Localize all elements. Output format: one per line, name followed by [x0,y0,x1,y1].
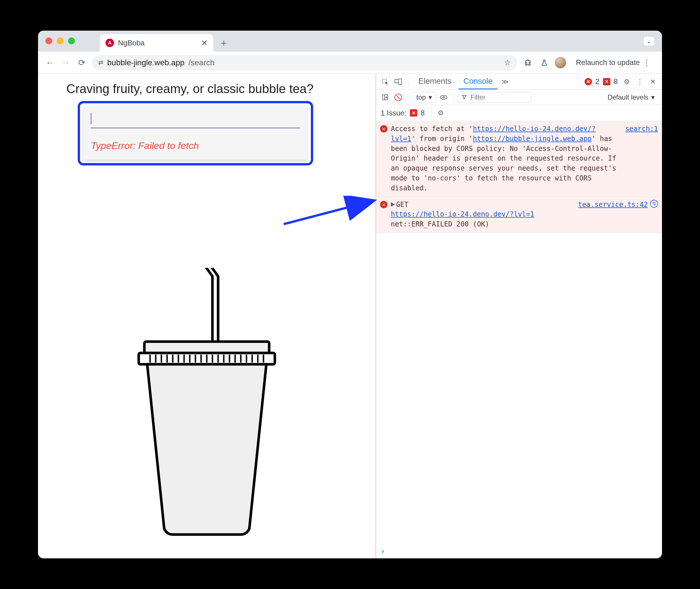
chevron-down-icon: ▾ [429,93,432,101]
browser-window: A NgBoba ✕ ＋ ⌄ ← → ⟳ ⇄ bubble-jingle.web… [38,31,662,558]
log-url-link[interactable]: https://hello-io-24.deno.dev/?lvl=1 [391,210,534,218]
new-tab-button[interactable]: ＋ [217,36,231,50]
titlebar: A NgBoba ✕ ＋ ⌄ [38,31,662,52]
filter-icon [462,93,467,101]
devtools-tabbar: Elements Console ≫ ✕ 2 ✕ 8 ⚙ ⋮ ✕ [376,74,662,90]
console-sidebar-toggle-icon[interactable] [380,91,391,103]
reload-button[interactable]: ⟳ [76,57,87,68]
svg-rect-26 [399,79,402,84]
relaunch-label: Relaunch to update [576,58,640,67]
issues-badge-icon: ✕ [410,109,417,117]
window-dropdown-icon[interactable]: ⌄ [643,36,655,46]
search-card: TypeError: Failed to fetch [83,107,307,160]
console-prompt[interactable]: › [376,544,662,558]
svg-line-0 [284,201,373,224]
devtools-settings-icon[interactable]: ⚙ [621,76,633,87]
window-maximize-button[interactable] [68,37,75,44]
devtools-close-icon[interactable]: ✕ [647,76,659,87]
url-host: bubble-jingle.web.app [107,58,184,67]
content-area: Craving fruity, creamy, or classic bubbl… [38,74,662,558]
live-expression-icon[interactable] [438,91,449,103]
extensions-icon[interactable] [522,57,534,69]
tab-close-icon[interactable]: ✕ [201,38,208,48]
page-viewport: Craving fruity, creamy, or classic bubbl… [38,74,376,558]
log-text: ' has been blocked by CORS policy: No 'A… [391,135,620,192]
console-issues-bar[interactable]: 1 Issue: ✕ 8 ⚙ [376,105,662,121]
log-url-link[interactable]: https://bubble-jingle.web.app [473,135,592,143]
inspect-element-icon[interactable] [380,76,391,87]
chevron-down-icon: ▾ [651,93,655,101]
divider [453,92,454,102]
error-count: 2 [594,77,601,86]
more-tabs-icon[interactable]: ≫ [499,76,510,87]
device-toolbar-icon[interactable] [393,76,404,87]
search-field-wrapper [83,107,307,133]
console-message-body: ▶GET https://hello-io-24.deno.dev/?lvl=1… [391,200,572,229]
divider [408,92,408,102]
browser-tab[interactable]: A NgBoba ✕ [100,34,213,52]
window-controls [45,37,75,44]
svg-point-30 [443,96,444,98]
svg-point-29 [440,95,447,99]
site-info-icon[interactable]: ⇄ [98,59,103,66]
network-initiator-icon[interactable]: ⇅ [650,200,658,208]
address-bar[interactable]: ⇄ bubble-jingle.web.app/search ☆ [92,55,517,70]
highlight-outline: TypeError: Failed to fetch [78,101,313,165]
context-selector[interactable]: top ▾ [412,92,436,103]
context-label: top [416,93,426,101]
bookmark-star-icon[interactable]: ☆ [504,58,511,67]
error-badge-icon[interactable]: ✕ [585,78,592,85]
clear-console-icon[interactable]: 🚫 [393,91,404,103]
log-levels-selector[interactable]: Default levels ▾ [604,92,659,103]
boba-cup-illustration [128,268,286,541]
text-cursor-icon [91,113,91,124]
window-close-button[interactable] [45,37,52,44]
issues-badge-count: 8 [421,109,425,118]
page-heading: Craving fruity, creamy, or classic bubbl… [66,82,347,96]
url-path: /search [188,58,214,67]
forward-button[interactable]: → [60,57,71,68]
devtools-menu-icon[interactable]: ⋮ [634,76,646,87]
labs-icon[interactable] [538,57,550,69]
log-method: GET [396,201,408,209]
window-minimize-button[interactable] [57,37,63,44]
console-error-entry[interactable]: ✕ Access to fetch at 'https://hello-io-2… [376,121,662,197]
console-settings-icon[interactable]: ⚙ [438,107,444,119]
devtools-panel: Elements Console ≫ ✕ 2 ✕ 8 ⚙ ⋮ ✕ 🚫 [376,74,662,558]
callout-arrow-icon [282,196,378,230]
log-text: Access to fetch at ' [391,125,473,133]
error-icon: ✕ [380,125,388,133]
issue-badge-icon[interactable]: ✕ [603,78,611,85]
relaunch-button[interactable]: Relaunch to update ⋮ [571,56,656,69]
issue-count: 8 [612,77,620,86]
devtools-tab-console[interactable]: Console [458,74,498,89]
url-toolbar: ← → ⟳ ⇄ bubble-jingle.web.app/search ☆ R… [38,52,662,74]
chrome-menu-icon[interactable]: ⋮ [643,58,651,67]
log-text: ' from origin ' [411,135,473,143]
angular-favicon-icon: A [105,39,114,47]
log-levels-label: Default levels [608,93,648,101]
back-button[interactable]: ← [44,57,56,68]
console-filter-input[interactable] [470,93,527,102]
issues-label: 1 Issue: [381,109,407,118]
error-icon: ✕ [380,201,388,208]
error-message: TypeError: Failed to fetch [83,133,307,160]
console-filter[interactable] [458,92,531,103]
devtools-tab-elements[interactable]: Elements [413,74,457,89]
expand-triangle-icon[interactable]: ▶ [391,199,395,209]
tab-title: NgBoba [118,39,145,47]
console-message-body: Access to fetch at 'https://hello-io-24.… [391,124,619,193]
console-error-entry[interactable]: ✕ ▶GET https://hello-io-24.deno.dev/?lvl… [376,197,662,233]
log-source-link[interactable]: tea.service.ts:42 [578,200,648,210]
console-log-list: ✕ Access to fetch at 'https://hello-io-2… [376,121,662,544]
console-toolbar: 🚫 top ▾ Default levels [376,90,662,105]
log-source-link[interactable]: search:1 [625,124,658,193]
search-input[interactable] [91,115,300,128]
profile-avatar[interactable] [555,57,566,68]
